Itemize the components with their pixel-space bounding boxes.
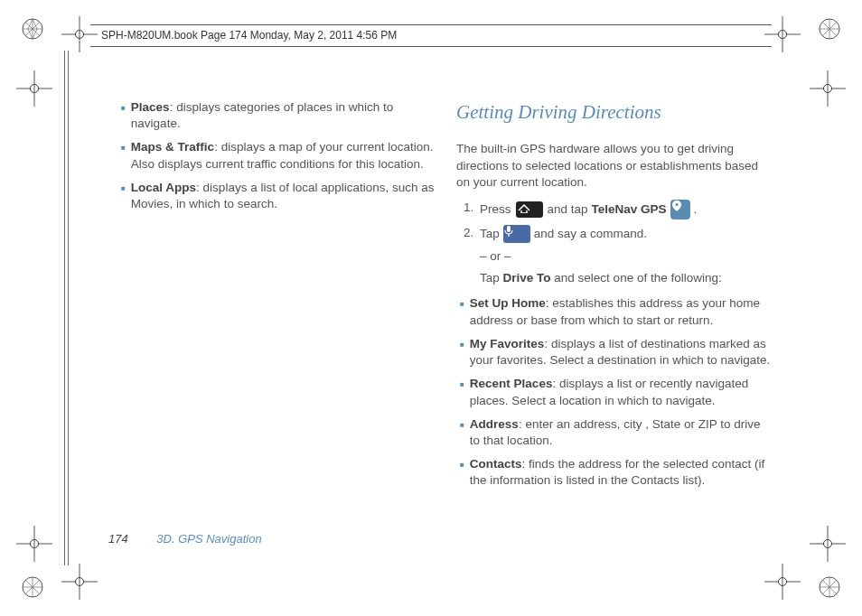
svg-line-6 <box>28 19 33 29</box>
bullet-icon: ■ <box>460 421 464 449</box>
bullet-icon: ■ <box>121 104 126 132</box>
bullet-item: ■ Set Up Home: establishes this address … <box>456 295 773 328</box>
registration-mark-icon <box>817 574 842 600</box>
bullet-item: ■ My Favorites: displays a list of desti… <box>456 336 773 369</box>
bullet-text: Local Apps: displays a list of local app… <box>131 180 435 212</box>
trim-line <box>64 51 65 565</box>
page-footer: 174 3D. GPS Navigation <box>108 532 262 546</box>
svg-line-7 <box>33 29 37 39</box>
bullet-item: ■ Contacts: finds the address for the se… <box>456 456 773 489</box>
svg-line-8 <box>28 29 33 39</box>
bullet-text: My Favorites: displays a list of destina… <box>470 336 773 369</box>
section-name: 3D. GPS Navigation <box>156 532 261 546</box>
step-text: Tap <box>480 226 500 242</box>
crop-mark-icon <box>61 564 98 600</box>
crop-mark-icon <box>764 564 801 600</box>
page-content: ■ Places: displays categories of places … <box>117 99 773 544</box>
ui-label: TeleNav GPS <box>592 201 667 218</box>
step-number: 2. <box>464 225 480 243</box>
crop-mark-icon <box>16 526 52 562</box>
step-text: . <box>694 201 698 218</box>
svg-point-24 <box>675 203 678 206</box>
step-number: 1. <box>464 200 480 219</box>
bullet-item: ■ Maps & Traffic: displays a map of your… <box>117 139 435 172</box>
bullet-item: ■ Address: enter an address, city , Stat… <box>456 416 773 449</box>
trim-line <box>68 51 69 565</box>
bullet-icon: ■ <box>121 144 126 172</box>
registration-mark-icon <box>817 16 842 42</box>
bullet-icon: ■ <box>460 300 464 328</box>
bullet-text: Address: enter an address, city , State … <box>470 416 773 449</box>
crop-mark-icon <box>764 16 801 52</box>
bullet-icon: ■ <box>121 184 126 212</box>
crop-mark-icon <box>16 70 52 107</box>
registration-mark-icon <box>20 574 45 600</box>
bullet-text: Places: displays categories of places in… <box>131 99 435 132</box>
right-column: Getting Driving Directions The built-in … <box>456 99 773 544</box>
header-rule <box>90 24 772 25</box>
telenav-gps-icon <box>670 200 690 219</box>
bullet-item: ■ Places: displays categories of places … <box>117 99 435 132</box>
crop-mark-icon <box>810 70 846 107</box>
bullet-text: Recent Places: displays a list or recent… <box>470 376 773 408</box>
bullet-icon: ■ <box>460 380 464 408</box>
header-rule <box>90 46 772 47</box>
intro-paragraph: The built-in GPS hardware allows you to … <box>456 141 773 191</box>
registration-mark-icon <box>20 16 45 42</box>
step-2: 2. Tap and say a command. <box>456 225 773 243</box>
bullet-text: Contacts: finds the address for the sele… <box>470 456 773 489</box>
crop-mark-icon <box>61 16 98 52</box>
step-text: Press <box>480 201 511 218</box>
svg-line-5 <box>33 19 37 29</box>
home-key-icon <box>516 201 543 218</box>
step-1: 1. Press and tap TeleNav GPS . <box>456 200 773 219</box>
svg-rect-25 <box>507 226 511 232</box>
bullet-icon: ■ <box>460 461 464 489</box>
microphone-icon <box>503 225 530 243</box>
bullet-icon: ■ <box>460 341 464 369</box>
running-header: SPH-M820UM.book Page 174 Monday, May 2, … <box>101 29 397 42</box>
page-number: 174 <box>108 532 128 546</box>
crop-mark-icon <box>810 526 846 562</box>
tap-instruction: Tap Drive To and select one of the follo… <box>456 270 773 286</box>
left-column: ■ Places: displays categories of places … <box>117 99 435 544</box>
bullet-text: Set Up Home: establishes this address as… <box>470 295 773 328</box>
or-separator: – or – <box>456 248 773 265</box>
bullet-text: Maps & Traffic: displays a map of your c… <box>131 139 435 172</box>
bullet-item: ■ Recent Places: displays a list or rece… <box>456 376 773 408</box>
step-text: and say a command. <box>534 226 647 242</box>
ui-label: Drive To <box>503 271 551 285</box>
bullet-item: ■ Local Apps: displays a list of local a… <box>117 180 435 212</box>
section-title: Getting Driving Directions <box>456 99 773 125</box>
step-text: and tap <box>548 201 588 218</box>
